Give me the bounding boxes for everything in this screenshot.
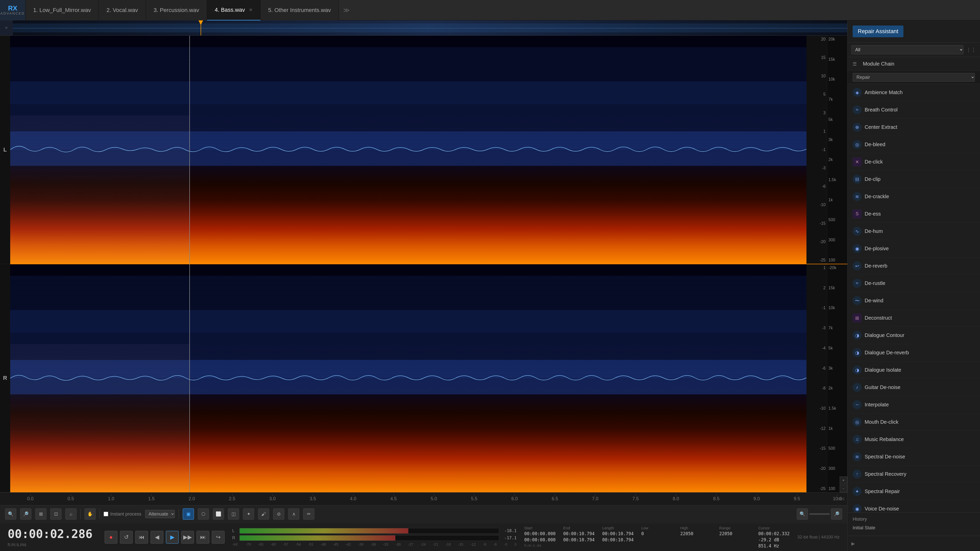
module-item-spectral-de-noise[interactable]: ≋ Spectral De-noise <box>848 448 980 465</box>
module-item-voice-de-noise[interactable]: ◉ Voice De-noise <box>848 500 980 513</box>
magic-wand-btn[interactable]: ✦ <box>243 508 254 519</box>
instant-process-checkbox[interactable] <box>103 512 108 516</box>
module-item-dialogue-de-reverb[interactable]: ◑ Dialogue De-reverb <box>848 344 980 362</box>
skip-btn[interactable]: ↪ <box>212 531 224 544</box>
sidebar-filter-icon[interactable]: ⋮⋮ <box>966 47 976 53</box>
module-item-deconstruct[interactable]: ⊞ Deconstruct <box>848 310 980 327</box>
ambience-match-icon: ◈ <box>853 88 862 97</box>
tabs-overflow-button[interactable]: ≫ <box>339 0 354 21</box>
sidebar-expand-btn[interactable]: ▶ <box>851 541 855 546</box>
attenuation-select[interactable]: Attenuate <box>145 510 175 518</box>
module-item-de-crackle[interactable]: ≋ De-crackle <box>848 188 980 205</box>
zoom-out-time-btn[interactable]: 🔎 <box>20 508 32 519</box>
module-list[interactable]: ◈ Ambience Match ≈ Breath Control ⊕ Cent… <box>848 84 980 513</box>
level-meter-scale: -Inf. -70 -63 -60 -57 -54 -51 -48 -45 -4… <box>232 542 517 546</box>
dialogue-isolate-label: Dialogue Isolate <box>865 367 901 373</box>
module-item-de-reverb[interactable]: ↩ De-reverb <box>848 257 980 275</box>
search-btn[interactable]: ⌕ <box>65 508 76 519</box>
loop-btn[interactable]: ↺ <box>120 531 133 544</box>
rect-select-icon: ▣ <box>186 511 191 517</box>
tab-low-full-mirror[interactable]: 1. Low_Full_Mirror.wav <box>25 0 99 21</box>
play-btn[interactable]: ▶ <box>166 531 179 544</box>
spectral-recovery-label: Spectral Recovery <box>865 471 906 477</box>
zoom-in-btn[interactable]: + <box>840 476 847 484</box>
repair-assistant-button[interactable]: Repair Assistant <box>853 25 904 37</box>
spectrogram-container: L R <box>0 36 847 492</box>
deconstruct-icon: ⊞ <box>853 313 862 322</box>
module-item-de-clip[interactable]: ⊟ De-clip <box>848 171 980 188</box>
rect-select-btn[interactable]: ▣ <box>183 508 194 519</box>
module-item-de-plosive[interactable]: ◉ De-plosive <box>848 240 980 257</box>
range-val: 22050 <box>719 531 751 536</box>
tab-percussion[interactable]: 3. Percussion.wav <box>146 0 207 21</box>
ruler-mark-65: 6.5 <box>535 496 575 502</box>
eraser-btn[interactable]: ⊘ <box>273 508 284 519</box>
instant-process-label: Instant process <box>103 511 142 517</box>
module-item-ambience-match[interactable]: ◈ Ambience Match <box>848 84 980 101</box>
module-item-spectral-recovery[interactable]: ↑ Spectral Recovery <box>848 465 980 483</box>
spectrogram-main[interactable] <box>10 36 807 492</box>
hand-tool-btn[interactable]: ✋ <box>84 508 96 519</box>
pencil-btn[interactable]: ✏ <box>303 508 314 519</box>
module-item-de-ess[interactable]: S De-ess <box>848 205 980 223</box>
scales-container: 20 15 10 5 3 1 -1 -3 -6 -10 -15 -20 -25 <box>807 36 847 492</box>
de-reverb-label: De-reverb <box>865 263 887 269</box>
tab-label: 3. Percussion.wav <box>154 7 199 14</box>
zoom-slider[interactable] <box>809 513 830 515</box>
go-start-btn[interactable]: ⏮ <box>135 531 148 544</box>
interpolate-label: Interpolate <box>865 402 889 408</box>
breath-control-label: Breath Control <box>865 107 897 113</box>
zoom-fit-icon: ⊠ <box>39 511 43 517</box>
module-item-de-hum[interactable]: ∿ De-hum <box>848 223 980 240</box>
module-item-de-bleed[interactable]: ◎ De-bleed <box>848 136 980 153</box>
de-crackle-label: De-crackle <box>865 194 889 200</box>
record-btn[interactable]: ● <box>105 531 118 544</box>
sidebar-filter-select[interactable]: All <box>851 45 963 54</box>
module-item-mouth-de-click[interactable]: ◎ Mouth De-click <box>848 413 980 431</box>
start-label: Start <box>524 526 555 530</box>
tab-other-instruments[interactable]: 5. Other Instruments.wav <box>261 0 339 21</box>
go-forward-btn[interactable]: ▶▶ <box>181 531 194 544</box>
freq-select-btn[interactable]: ◫ <box>228 508 239 519</box>
tabs-bar: RX ADVANCED 1. Low_Full_Mirror.wav 2. Vo… <box>0 0 980 21</box>
spectrogram-panel-left[interactable] <box>10 36 807 264</box>
zoom-out-btn[interactable]: - <box>840 485 847 492</box>
toolbar: 🔍 🔎 ⊠ ⊡ ⌕ ✋ Instant process <box>0 505 847 523</box>
zoom-minus-btn[interactable]: 🔍 <box>797 508 808 519</box>
module-item-interpolate[interactable]: ↔ Interpolate <box>848 396 980 413</box>
brush-btn[interactable]: 🖌 <box>258 508 269 519</box>
spec-texture-left <box>10 36 807 264</box>
module-item-music-rebalance[interactable]: ♫ Music Rebalance <box>848 431 980 448</box>
ruler-mark-45: 4.5 <box>373 496 414 502</box>
gain-btn[interactable]: ∧ <box>288 508 299 519</box>
overview-collapse-btn[interactable]: × <box>0 25 13 30</box>
module-item-center-extract[interactable]: ⊕ Center Extract <box>848 119 980 136</box>
history-item-initial[interactable]: Initial State <box>853 524 975 532</box>
module-item-dialogue-contour[interactable]: ◑ Dialogue Contour <box>848 327 980 344</box>
time-select-btn[interactable]: ⬜ <box>213 508 224 519</box>
go-end-btn[interactable]: ⏭ <box>197 531 209 544</box>
module-chain-row[interactable]: ☰ Module Chain <box>848 57 980 71</box>
freq-select-icon: ◫ <box>231 511 236 517</box>
module-item-de-click[interactable]: ✕ De-click <box>848 153 980 171</box>
module-item-guitar-de-noise[interactable]: ♪ Guitar De-noise <box>848 379 980 396</box>
category-select[interactable]: Repair <box>853 73 975 82</box>
overview-content[interactable] <box>13 21 847 35</box>
tab-close-icon[interactable]: ✕ <box>249 7 253 13</box>
zoom-plus-btn[interactable]: 🔎 <box>831 508 842 519</box>
module-item-spectral-repair[interactable]: ✦ Spectral Repair <box>848 483 980 500</box>
spectrogram-panel-right[interactable] <box>10 264 807 492</box>
zoom-to-fit-btn[interactable]: ⊠ <box>35 508 46 519</box>
module-item-breath-control[interactable]: ≈ Breath Control <box>848 101 980 119</box>
module-item-de-wind[interactable]: 〜 De-wind <box>848 292 980 310</box>
tab-vocal[interactable]: 2. Vocal.wav <box>99 0 146 21</box>
zoom-selection-btn[interactable]: ⊡ <box>50 508 62 519</box>
voice-de-noise-label: Voice De-noise <box>865 506 899 512</box>
lasso-select-btn[interactable]: ⬡ <box>198 508 209 519</box>
module-item-dialogue-isolate[interactable]: ◑ Dialogue Isolate <box>848 362 980 379</box>
zoom-in-time-btn[interactable]: 🔍 <box>5 508 16 519</box>
tab-bass[interactable]: 4. Bass.wav ✕ <box>207 0 261 21</box>
module-item-de-rustle[interactable]: ≈ De-rustle <box>848 275 980 292</box>
overview-playhead[interactable] <box>200 21 201 35</box>
go-back-btn[interactable]: ◀ <box>151 531 163 544</box>
